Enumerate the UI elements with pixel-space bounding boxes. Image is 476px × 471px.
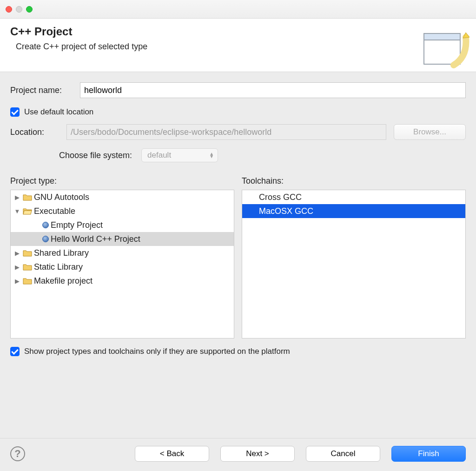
chevron-right-icon[interactable]: ▶ xyxy=(13,264,21,271)
project-type-icon xyxy=(42,236,49,242)
tree-item-empty-project[interactable]: ▶ Empty Project xyxy=(11,218,234,232)
project-type-icon xyxy=(42,222,49,228)
filter-supported-label: Show project types and toolchains only i… xyxy=(24,347,290,356)
svg-rect-1 xyxy=(424,33,460,40)
use-default-location-label: Use default location xyxy=(24,107,93,117)
folder-open-icon xyxy=(23,207,32,215)
titlebar xyxy=(0,0,476,19)
tree-item-executable[interactable]: ▼ Executable xyxy=(11,204,234,218)
wizard-content: Project name: Use default location Locat… xyxy=(0,72,476,366)
tree-item-static-library[interactable]: ▶ Static Library xyxy=(11,260,234,274)
project-type-tree[interactable]: ▶ GNU Autotools ▼ Executable ▶ xyxy=(10,190,234,338)
wizard-banner-icon xyxy=(421,31,472,71)
use-default-location-checkbox[interactable] xyxy=(10,107,20,117)
list-item-macosx-gcc[interactable]: MacOSX GCC xyxy=(242,204,465,218)
chevron-right-icon[interactable]: ▶ xyxy=(13,278,21,285)
close-window-icon[interactable] xyxy=(6,6,12,13)
next-button[interactable]: Next > xyxy=(220,446,295,462)
folder-icon xyxy=(23,193,32,201)
tree-item-label: Empty Project xyxy=(51,220,103,230)
tree-item-label: Hello World C++ Project xyxy=(51,234,140,244)
back-button[interactable]: < Back xyxy=(135,446,209,462)
folder-icon xyxy=(23,249,32,257)
chevron-updown-icon: ▲▼ xyxy=(209,153,214,158)
browse-button: Browse... xyxy=(394,124,466,140)
tree-item-gnu-autotools[interactable]: ▶ GNU Autotools xyxy=(11,190,234,204)
chevron-right-icon[interactable]: ▶ xyxy=(13,250,21,257)
minimize-window-icon xyxy=(16,6,22,13)
tree-item-label: Static Library xyxy=(34,262,83,272)
tree-item-makefile-project[interactable]: ▶ Makefile project xyxy=(11,274,234,288)
folder-icon xyxy=(23,263,32,271)
filesystem-select: default ▲▼ xyxy=(141,148,218,162)
page-title: C++ Project xyxy=(10,25,466,38)
location-input xyxy=(66,124,386,140)
tree-item-label: Shared Library xyxy=(34,248,89,258)
toolchains-heading: Toolchains: xyxy=(242,176,466,186)
cancel-button[interactable]: Cancel xyxy=(306,446,380,462)
location-label: Location: xyxy=(10,127,59,137)
finish-button[interactable]: Finish xyxy=(391,446,466,462)
wizard-footer: ? < Back Next > Cancel Finish xyxy=(0,438,476,471)
list-item-cross-gcc[interactable]: Cross GCC xyxy=(242,190,465,204)
tree-item-shared-library[interactable]: ▶ Shared Library xyxy=(11,246,234,260)
chevron-right-icon[interactable]: ▶ xyxy=(13,194,21,201)
project-name-input[interactable] xyxy=(80,82,466,98)
toolchains-list[interactable]: Cross GCC MacOSX GCC xyxy=(242,190,466,338)
help-icon[interactable]: ? xyxy=(10,446,25,461)
tree-item-label: GNU Autotools xyxy=(34,192,89,202)
folder-icon xyxy=(23,277,32,285)
zoom-window-icon[interactable] xyxy=(26,6,33,13)
wizard-header: C++ Project Create C++ project of select… xyxy=(0,19,476,72)
filesystem-select-value: default xyxy=(147,151,171,160)
tree-item-label: Makefile project xyxy=(34,276,93,286)
choose-filesystem-label: Choose file system: xyxy=(59,151,132,160)
page-subtitle: Create C++ project of selected type xyxy=(16,42,466,52)
project-name-label: Project name: xyxy=(10,86,80,95)
tree-item-label: Executable xyxy=(34,206,75,216)
filter-supported-checkbox[interactable] xyxy=(10,347,20,356)
chevron-down-icon[interactable]: ▼ xyxy=(13,208,21,215)
project-type-heading: Project type: xyxy=(10,176,234,186)
tree-item-hello-world[interactable]: ▶ Hello World C++ Project xyxy=(11,232,234,246)
